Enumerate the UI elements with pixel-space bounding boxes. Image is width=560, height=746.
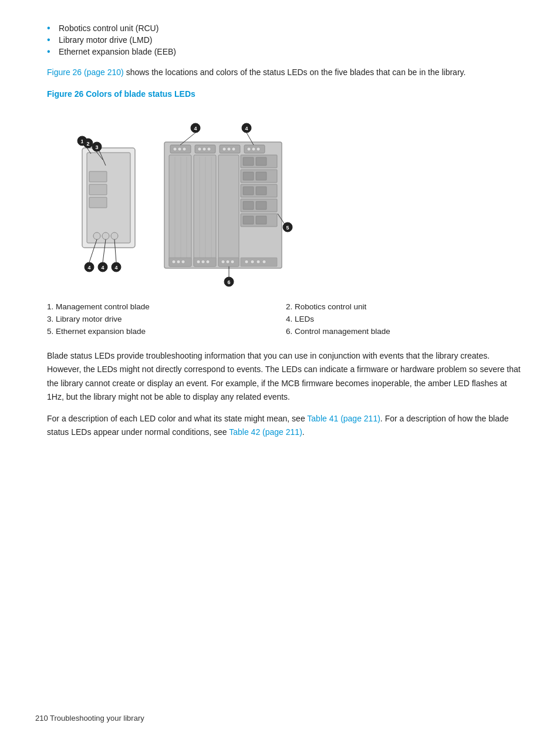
- svg-rect-47: [243, 172, 254, 180]
- caption-1-left: 1. Management control blade: [47, 301, 286, 313]
- svg-rect-56: [243, 216, 254, 224]
- caption-row-2: 3. Library motor drive 4. LEDs: [47, 313, 525, 325]
- svg-point-29: [178, 147, 181, 151]
- svg-text:4: 4: [87, 265, 90, 271]
- body-paragraph-2: For a description of each LED color and …: [47, 412, 525, 439]
- table41-link[interactable]: Table 41 (page 211): [307, 414, 380, 423]
- svg-rect-53: [243, 201, 254, 210]
- svg-point-72: [197, 260, 200, 264]
- svg-text:4: 4: [101, 265, 104, 271]
- svg-point-38: [232, 147, 235, 151]
- caption-row-3: 5. Ethernet expansion blade 6. Control m…: [47, 325, 525, 337]
- bullet-item-3: Ethernet expansion blade (EEB): [47, 47, 525, 56]
- svg-text:4: 4: [245, 126, 248, 131]
- svg-point-68: [172, 260, 176, 264]
- svg-point-82: [257, 260, 260, 264]
- svg-point-32: [198, 147, 201, 151]
- svg-text:6: 6: [227, 279, 230, 285]
- body2-suffix: .: [302, 427, 305, 437]
- svg-point-28: [173, 147, 177, 151]
- bullet-item-1: Robotics control unit (RCU): [47, 23, 525, 33]
- intro-text: shows the locations and colors of the st…: [124, 67, 466, 77]
- svg-point-74: [206, 260, 210, 264]
- svg-point-69: [177, 260, 180, 264]
- svg-point-36: [222, 147, 226, 151]
- svg-point-33: [203, 147, 206, 151]
- svg-point-77: [226, 260, 230, 264]
- svg-point-73: [201, 260, 205, 264]
- svg-rect-58: [169, 155, 191, 266]
- svg-point-6: [102, 232, 109, 239]
- svg-point-40: [247, 147, 251, 151]
- svg-point-83: [262, 260, 266, 264]
- svg-rect-3: [89, 184, 107, 195]
- caption-2-right: 4. LEDs: [286, 313, 525, 325]
- svg-point-41: [252, 147, 255, 151]
- page-footer: 210 Troubleshooting your library: [35, 714, 144, 723]
- svg-point-42: [257, 147, 260, 151]
- svg-rect-54: [256, 201, 266, 210]
- intro-paragraph: Figure 26 (page 210) shows the locations…: [47, 66, 525, 79]
- svg-rect-51: [256, 187, 266, 195]
- svg-rect-57: [256, 216, 266, 224]
- svg-point-78: [231, 260, 234, 264]
- svg-text:4: 4: [114, 265, 117, 271]
- caption-2-left: 3. Library motor drive: [47, 313, 286, 325]
- bullet-item-2: Library motor drive (LMD): [47, 35, 525, 45]
- svg-rect-59: [194, 155, 216, 266]
- blade-diagram: 1 2 3 4 4 4: [47, 107, 299, 289]
- diagram-container: 1 2 3 4 4 4: [47, 107, 525, 289]
- figure-title: Figure 26 Colors of blade status LEDs: [47, 89, 525, 99]
- svg-point-76: [221, 260, 225, 264]
- svg-rect-60: [218, 155, 239, 266]
- caption-3-left: 5. Ethernet expansion blade: [47, 325, 286, 337]
- svg-text:2: 2: [86, 141, 89, 147]
- svg-point-30: [183, 147, 186, 151]
- svg-rect-44: [243, 157, 254, 166]
- svg-text:3: 3: [95, 144, 98, 150]
- svg-point-70: [181, 260, 185, 264]
- body2-prefix: For a description of each LED color and …: [47, 414, 307, 423]
- svg-text:4: 4: [194, 126, 197, 131]
- svg-rect-4: [89, 197, 107, 208]
- table42-link[interactable]: Table 42 (page 211): [229, 427, 302, 437]
- svg-rect-48: [256, 172, 266, 180]
- figure26-link[interactable]: Figure 26 (page 210): [47, 67, 124, 77]
- caption-table: 1. Management control blade 2. Robotics …: [47, 301, 525, 337]
- svg-point-34: [207, 147, 211, 151]
- svg-text:5: 5: [286, 225, 289, 231]
- svg-point-81: [251, 260, 254, 264]
- body-paragraph-1: Blade status LEDs provide troubleshootin…: [47, 349, 525, 403]
- svg-rect-45: [256, 157, 266, 166]
- svg-rect-2: [89, 171, 107, 182]
- caption-1-right: 2. Robotics control unit: [286, 301, 525, 313]
- svg-point-37: [227, 147, 231, 151]
- svg-point-7: [111, 232, 118, 239]
- caption-row-1: 1. Management control blade 2. Robotics …: [47, 301, 525, 313]
- bullet-list: Robotics control unit (RCU) Library moto…: [47, 23, 525, 56]
- svg-rect-50: [243, 187, 254, 195]
- svg-point-80: [245, 260, 248, 264]
- svg-point-5: [93, 232, 100, 239]
- caption-3-right: 6. Control management blade: [286, 325, 525, 337]
